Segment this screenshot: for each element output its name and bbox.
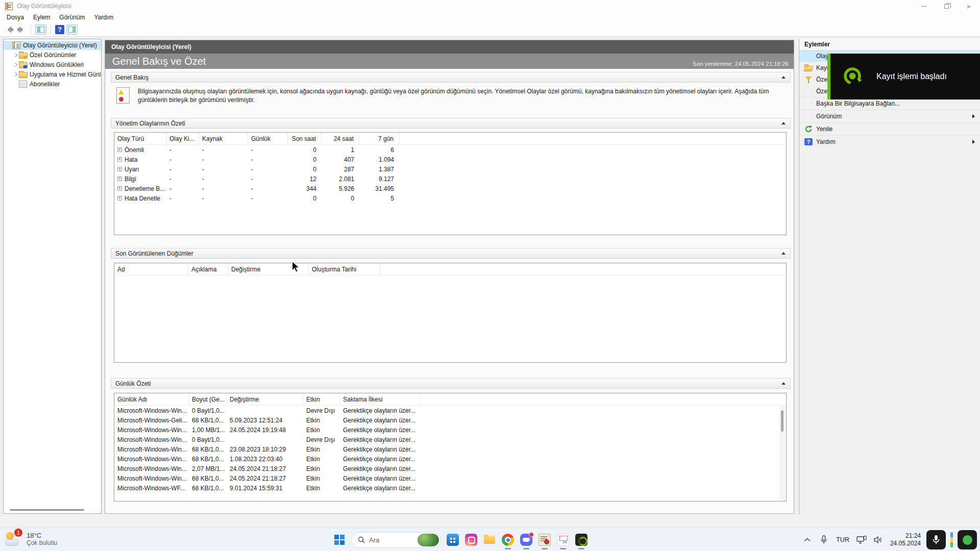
event-viewer-app-button[interactable] — [538, 529, 551, 550]
tray-clock[interactable]: 21:24 24.05.2024 — [889, 532, 922, 547]
minimize-button[interactable] — [913, 0, 935, 12]
chevron-right-icon[interactable] — [12, 52, 19, 59]
instagram-button[interactable] — [464, 529, 478, 550]
close-button[interactable]: × — [958, 0, 980, 12]
recorder-mic-button[interactable] — [926, 530, 946, 549]
tray-network-icon[interactable] — [855, 533, 868, 547]
table-cell: 5 — [359, 195, 399, 202]
expand-plus-icon[interactable]: + — [117, 147, 122, 152]
action-item-help[interactable]: ?Yardım — [799, 135, 980, 148]
tray-language[interactable]: TUR — [835, 536, 851, 543]
column-header[interactable]: Etkin — [303, 393, 340, 405]
tree-item-custom-views[interactable]: Özel Görünümler — [4, 51, 101, 60]
menu-item-yardım[interactable]: Yardım — [89, 13, 118, 22]
help-icon[interactable]: ? — [55, 25, 64, 34]
table-row[interactable]: +Hata Denetle---005 — [114, 193, 786, 203]
table-cell: Microsoft-Windows-Win... — [114, 446, 189, 453]
table-row[interactable]: Microsoft-Windows-WF...68 KB/1,0...9.01.… — [114, 483, 786, 493]
store-button[interactable] — [446, 529, 459, 550]
menu-item-görünüm[interactable]: Görünüm — [55, 13, 89, 22]
tray-chevron-up-icon[interactable] — [801, 533, 813, 547]
section-recent-nodes-header[interactable]: Son Görüntülenen Düğümler — [111, 248, 791, 259]
section-admin-summary-header[interactable]: Yönetim Olaylarının Özeti — [111, 118, 791, 129]
table-row[interactable]: Microsoft-Windows-Win...68 KB/1,0...1.08… — [114, 454, 786, 464]
table-cell: +Hata Denetle — [114, 195, 166, 202]
column-header[interactable]: Olay Ki... — [166, 133, 199, 144]
column-header[interactable]: Son saat — [288, 133, 322, 144]
column-header[interactable]: Oluşturma Tarihi — [309, 263, 380, 275]
table-row[interactable]: +Uyarı---02871.387 — [114, 164, 786, 174]
table-row[interactable]: +Bilgi---122.0819.127 — [114, 174, 786, 184]
tree-item-windows-logs[interactable]: Windows Günlükleri — [4, 60, 101, 69]
expand-plus-icon[interactable]: + — [117, 186, 122, 191]
menu-item-dosya[interactable]: Dosya — [2, 13, 29, 22]
table-row[interactable]: +Denetleme B...---3445.92631.495 — [114, 184, 786, 193]
column-header[interactable]: Boyut (Ge... — [189, 393, 227, 405]
vertical-scrollbar[interactable] — [779, 406, 786, 500]
back-arrow-icon[interactable] — [4, 26, 14, 33]
menu-item-eylem[interactable]: Eylem — [29, 13, 55, 22]
table-cell: Gerektikçe olayların üzer... — [340, 436, 421, 443]
chrome-button[interactable] — [501, 529, 514, 550]
table-cell: 1 — [322, 146, 359, 154]
table-cell: 0 — [288, 146, 322, 154]
overview-body: Bilgisayarınızda oluşmuş olayları görünt… — [116, 87, 877, 105]
column-header[interactable]: Değiştirme — [227, 393, 303, 405]
restore-button[interactable] — [935, 0, 958, 12]
snipping-tool-button[interactable] — [556, 529, 570, 550]
column-header[interactable]: 7 gün — [359, 133, 399, 144]
column-header[interactable]: Günlük — [248, 133, 288, 144]
collapse-caret-icon[interactable] — [781, 382, 786, 385]
expand-plus-icon[interactable]: + — [117, 177, 122, 181]
section-log-summary-header[interactable]: Günlük Özeti — [111, 378, 791, 389]
horizontal-scrollbar[interactable] — [10, 509, 84, 511]
table-row[interactable]: Microsoft-Windows-Geli...68 KB/1,0...5.0… — [114, 415, 786, 425]
table-row[interactable]: +Hata---04071.094 — [114, 155, 786, 164]
table-row[interactable]: Microsoft-Windows-Win...68 KB/1,0...24.0… — [114, 473, 786, 483]
scrollbar-thumb[interactable] — [781, 410, 783, 432]
table-row[interactable]: Microsoft-Windows-Win...2,07 MB/1...24.0… — [114, 464, 786, 473]
expand-plus-icon[interactable]: + — [117, 167, 122, 171]
console-tree-toggle-icon[interactable] — [35, 24, 46, 35]
recorder-stop-button[interactable] — [958, 530, 977, 549]
collapse-caret-icon[interactable] — [781, 252, 786, 255]
chevron-right-icon[interactable] — [12, 71, 19, 78]
start-button[interactable] — [333, 529, 346, 550]
table-row[interactable]: Microsoft-Windows-Win...0 Bayt/1,0...Dev… — [114, 435, 786, 444]
column-header[interactable]: Saklama İlkesi — [340, 393, 421, 405]
weather-widget[interactable]: 1 18°C Çok bulutlu — [4, 530, 57, 548]
expand-plus-icon[interactable]: + — [117, 196, 122, 201]
table-row[interactable]: Microsoft-Windows-Win...0 Bayt/1,0...Dev… — [114, 406, 786, 415]
action-pane-toggle-icon[interactable] — [66, 24, 78, 35]
table-row[interactable]: +Önemli---016 — [114, 145, 786, 155]
search-input[interactable]: Ara — [351, 532, 441, 548]
nvidia-button[interactable] — [575, 529, 588, 550]
file-explorer-button[interactable] — [483, 529, 496, 550]
section-overview-header[interactable]: Genel Bakış — [111, 72, 791, 83]
table-row[interactable]: Microsoft-Windows-Win...68 KB/1,0...23.0… — [114, 444, 786, 454]
recording-toast[interactable]: Kayıt işlemi başladı — [827, 54, 980, 99]
cell-text: 1.094 — [379, 156, 394, 163]
column-header[interactable]: Günlük Adı — [114, 393, 189, 405]
column-header[interactable]: Olay Türü — [114, 133, 166, 144]
column-header[interactable]: Ad — [114, 263, 188, 275]
window-controls: × — [913, 0, 980, 12]
tray-volume-icon[interactable] — [872, 533, 885, 547]
table-row[interactable]: Microsoft-Windows-Win...1,00 MB/1...24.0… — [114, 425, 786, 435]
forward-arrow-icon[interactable] — [16, 26, 27, 33]
collapse-caret-icon[interactable] — [781, 76, 786, 79]
tree-item-root[interactable]: Olay Görüntüleyicisi (Yerel) — [4, 41, 101, 50]
column-header[interactable]: Kaynak — [199, 133, 248, 144]
tree-item-subscriptions[interactable]: Abonelikler — [4, 80, 101, 89]
chevron-right-icon[interactable] — [12, 61, 19, 68]
action-item-refresh[interactable]: Yenile — [799, 122, 980, 135]
column-header[interactable]: 24 saat — [322, 133, 359, 144]
action-item-view[interactable]: Görünüm — [799, 110, 980, 122]
expand-plus-icon[interactable]: + — [117, 157, 122, 162]
tray-microphone-icon[interactable] — [818, 533, 830, 547]
page-title: Genel Bakış ve Özet — [105, 56, 693, 69]
tree-item-app-service-logs[interactable]: Uygulama ve Hizmet Günlük — [4, 70, 101, 79]
discord-button[interactable] — [520, 529, 533, 550]
column-header[interactable]: Açıklama — [188, 263, 228, 275]
collapse-caret-icon[interactable] — [781, 122, 786, 124]
